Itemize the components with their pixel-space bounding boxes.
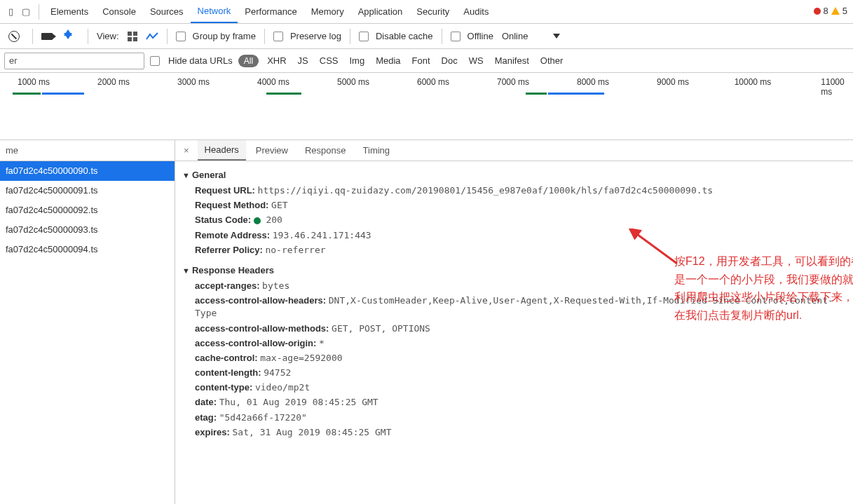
- request-method-value: GET: [271, 200, 287, 210]
- timeline-tick: 3000 ms: [177, 77, 210, 87]
- hdr-label: content-length:: [195, 367, 261, 378]
- tab-audits[interactable]: Audits: [456, 1, 496, 22]
- hdr-label: etag:: [195, 412, 217, 423]
- clear-icon[interactable]: [8, 31, 20, 42]
- disable-cache-checkbox[interactable]: [359, 32, 369, 41]
- filter-type-js[interactable]: JS: [295, 55, 311, 66]
- section-response-headers[interactable]: Response Headers: [182, 265, 846, 275]
- timeline-tick: 7000 ms: [497, 77, 529, 87]
- request-row[interactable]: fa07d2c4c50000093.ts: [0, 220, 175, 240]
- filter-type-font[interactable]: Font: [409, 55, 433, 66]
- tab-network[interactable]: Network: [191, 0, 238, 23]
- hdr-label: access-control-allow-headers:: [195, 295, 326, 306]
- detail-tab-preview[interactable]: Preview: [249, 141, 295, 160]
- throttling-select[interactable]: Online: [502, 31, 528, 41]
- throttling-caret-icon[interactable]: [553, 34, 560, 39]
- filter-input[interactable]: [4, 53, 144, 69]
- tab-memory[interactable]: Memory: [304, 1, 351, 22]
- error-icon[interactable]: [814, 8, 821, 15]
- hdr-value: Sat, 31 Aug 2019 08:45:25 GMT: [233, 427, 392, 437]
- preserve-log-label: Preserve log: [290, 31, 341, 41]
- hdr-value: GET, POST, OPTIONS: [332, 323, 430, 334]
- record-icon[interactable]: [41, 33, 53, 40]
- filter-type-manifest[interactable]: Manifest: [492, 55, 532, 66]
- request-row[interactable]: fa07d2c4c50000090.ts: [0, 161, 175, 181]
- hdr-value: Thu, 01 Aug 2019 08:45:25 GMT: [219, 397, 378, 407]
- divider: [350, 29, 350, 44]
- request-row[interactable]: fa07d2c4c50000092.ts: [0, 200, 175, 220]
- hdr-label: access-control-allow-methods:: [195, 323, 329, 334]
- devtools-tab-bar: ▯ ▢ Elements Console Sources Network Per…: [0, 0, 853, 24]
- device-toggle-icon[interactable]: ▢: [22, 6, 30, 17]
- tab-performance[interactable]: Performance: [238, 1, 303, 22]
- hdr-value: video/mp2t: [255, 382, 310, 393]
- inspect-icon[interactable]: ▯: [8, 6, 13, 17]
- filter-type-media[interactable]: Media: [373, 55, 403, 66]
- request-url-value: https://iqiyi.qq-zuidazy.com/20190801/15…: [258, 185, 714, 196]
- timeline-tick: 10000 ms: [735, 77, 772, 87]
- status-indicators: 8 5: [814, 6, 847, 16]
- tab-application[interactable]: Application: [351, 1, 410, 22]
- disable-cache-label: Disable cache: [376, 31, 433, 41]
- detail-tab-headers[interactable]: Headers: [198, 140, 246, 161]
- filter-icon[interactable]: [64, 33, 72, 39]
- hdr-value: max-age=2592000: [260, 353, 342, 363]
- timeline-tick: 6000 ms: [417, 77, 449, 87]
- offline-label: Offline: [468, 31, 493, 41]
- headers-panel: General Request URL: https://iqiyi.qq-zu…: [175, 161, 853, 469]
- referrer-policy-row: Referrer Policy: no-referrer: [195, 244, 846, 257]
- section-general[interactable]: General: [182, 170, 846, 180]
- status-code-label: Status Code:: [195, 214, 251, 225]
- offline-checkbox[interactable]: [451, 32, 460, 41]
- timeline-overview[interactable]: 1000 ms 2000 ms 3000 ms 4000 ms 5000 ms …: [0, 73, 853, 140]
- detail-pane: × Headers Preview Response Timing Genera…: [175, 140, 853, 504]
- hdr-value: *: [319, 338, 325, 348]
- warning-count: 5: [842, 6, 847, 16]
- hdr-value: 94752: [264, 367, 291, 378]
- hide-data-urls-label: Hide data URLs: [168, 55, 233, 66]
- preserve-log-checkbox[interactable]: [273, 32, 283, 41]
- hdr-label: date:: [195, 397, 217, 407]
- large-rows-icon[interactable]: [128, 32, 137, 41]
- timeline-tick: 1000 ms: [18, 77, 50, 87]
- referrer-policy-label: Referrer Policy:: [195, 245, 263, 255]
- hide-data-urls-checkbox[interactable]: [150, 56, 160, 66]
- filter-type-ws[interactable]: WS: [466, 55, 486, 66]
- timeline-bar: [548, 93, 604, 95]
- status-code-row: Status Code: 200: [195, 214, 846, 226]
- tab-sources[interactable]: Sources: [143, 1, 191, 22]
- error-count: 8: [824, 6, 828, 16]
- filter-type-doc[interactable]: Doc: [439, 55, 460, 66]
- content-split: me fa07d2c4c50000090.ts fa07d2c4c5000009…: [0, 140, 853, 504]
- filter-type-img[interactable]: Img: [346, 55, 367, 66]
- divider: [264, 29, 265, 44]
- detail-tab-timing[interactable]: Timing: [356, 141, 397, 160]
- request-method-label: Request Method:: [195, 200, 268, 210]
- request-row[interactable]: fa07d2c4c50000094.ts: [0, 240, 175, 259]
- network-toolbar: View: Group by frame Preserve log Disabl…: [0, 24, 853, 49]
- tab-security[interactable]: Security: [409, 1, 456, 22]
- remote-address-label: Remote Address:: [195, 230, 270, 240]
- filter-type-other[interactable]: Other: [538, 55, 566, 66]
- waterfall-icon[interactable]: [146, 32, 158, 41]
- request-row[interactable]: fa07d2c4c50000091.ts: [0, 181, 175, 200]
- divider: [167, 29, 168, 44]
- timeline-tick: 5000 ms: [337, 77, 369, 87]
- close-detail-icon[interactable]: ×: [178, 145, 195, 156]
- warning-icon[interactable]: [831, 7, 840, 15]
- request-list-header[interactable]: me: [0, 140, 175, 161]
- filter-type-all[interactable]: All: [238, 55, 259, 67]
- timeline-tick: 2000 ms: [97, 77, 130, 87]
- filter-type-css[interactable]: CSS: [317, 55, 341, 66]
- divider: [39, 4, 39, 20]
- divider: [88, 29, 88, 44]
- tab-console[interactable]: Console: [95, 1, 143, 22]
- request-method-row: Request Method: GET: [195, 199, 846, 212]
- hdr-value: "5d42a66f-17220": [219, 412, 307, 423]
- group-by-frame-checkbox[interactable]: [176, 32, 186, 41]
- tab-elements[interactable]: Elements: [43, 1, 95, 22]
- hdr-label: access-control-allow-origin:: [195, 338, 316, 348]
- timeline-bar: [13, 93, 41, 95]
- filter-type-xhr[interactable]: XHR: [264, 55, 289, 66]
- detail-tab-response[interactable]: Response: [298, 141, 353, 160]
